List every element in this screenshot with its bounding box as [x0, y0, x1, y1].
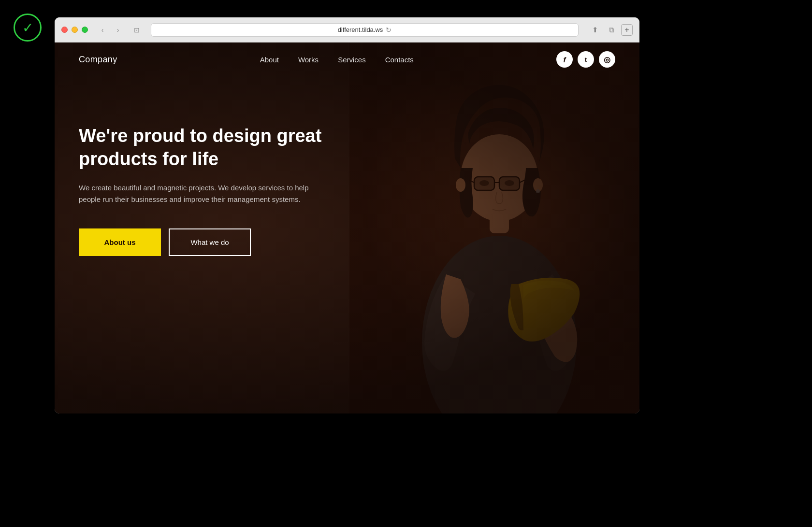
sidebar-toggle-button[interactable]: ⊡ — [130, 25, 143, 35]
about-us-button[interactable]: About us — [79, 228, 161, 256]
what-we-do-button[interactable]: What we do — [169, 228, 251, 256]
website-content: Company About Works Services Contacts f … — [55, 43, 639, 413]
hero-title: We're proud to design great products for… — [79, 125, 359, 171]
reload-button[interactable]: ↻ — [386, 26, 392, 34]
address-bar[interactable]: different.tilda.ws ↻ — [151, 23, 579, 37]
browser-nav-controls: ‹ › — [96, 25, 125, 35]
nav-logo: Company — [79, 55, 117, 65]
task-complete-icon — [14, 14, 42, 42]
nav-link-contacts[interactable]: Contacts — [385, 56, 414, 64]
social-icons: f t ◎ — [556, 51, 615, 68]
back-button[interactable]: ‹ — [96, 25, 109, 35]
hero-buttons: About us What we do — [79, 228, 359, 256]
nav-links: About Works Services Contacts — [260, 56, 414, 64]
nav-bar: Company About Works Services Contacts f … — [55, 43, 639, 76]
hero-subtitle: We create beautiful and magnetic project… — [79, 182, 311, 205]
facebook-icon[interactable]: f — [556, 51, 573, 68]
traffic-light-yellow[interactable] — [72, 27, 78, 33]
browser-action-buttons: ⬆ ⧉ + — [588, 24, 633, 36]
url-text: different.tilda.ws — [338, 26, 383, 33]
twitter-icon[interactable]: t — [578, 51, 594, 68]
share-button[interactable]: ⬆ — [588, 25, 602, 35]
nav-link-works[interactable]: Works — [298, 56, 319, 64]
duplicate-button[interactable]: ⧉ — [605, 25, 618, 35]
traffic-light-green[interactable] — [82, 27, 88, 33]
instagram-icon[interactable]: ◎ — [599, 51, 615, 68]
browser-window: ‹ › ⊡ different.tilda.ws ↻ ⬆ ⧉ + — [55, 17, 639, 413]
new-tab-button[interactable]: + — [621, 24, 633, 36]
forward-button[interactable]: › — [111, 25, 125, 35]
traffic-light-red[interactable] — [61, 27, 68, 33]
nav-link-about[interactable]: About — [260, 56, 279, 64]
nav-link-services[interactable]: Services — [338, 56, 366, 64]
browser-chrome: ‹ › ⊡ different.tilda.ws ↻ ⬆ ⧉ + — [55, 17, 639, 43]
hero-content: We're proud to design great products for… — [55, 76, 383, 256]
